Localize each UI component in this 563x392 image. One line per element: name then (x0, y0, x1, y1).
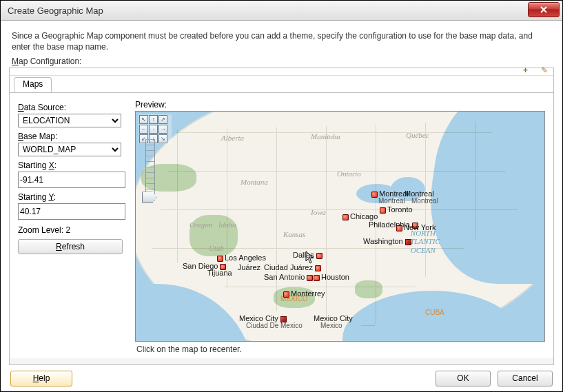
map-configuration-label: Map Configuration: (1, 56, 562, 66)
starting-y-input[interactable] (18, 203, 125, 220)
region-label: Oregon (190, 220, 212, 229)
zoom-level-text: Zoom Level: 2 (18, 225, 127, 235)
region-label: Idaho (218, 220, 236, 229)
city-label: Los Angeles (217, 254, 266, 262)
data-source-select[interactable]: ELOCATION (18, 114, 121, 127)
dialog-window: Create Geographic Map Since a Geographic… (0, 0, 563, 392)
pan-nw-button[interactable]: ↖ (139, 115, 148, 124)
region-label: Montana (240, 178, 268, 186)
city-label: Mexico City Ciudad De Mexico (239, 314, 303, 329)
dialog-footer: Help OK Cancel (1, 365, 562, 391)
city-marker-icon (342, 214, 349, 220)
pan-w-button[interactable]: ← (139, 125, 148, 134)
config-field-area: + ✎ (10, 68, 553, 76)
help-button[interactable]: Help (10, 371, 72, 386)
city-marker-icon (315, 265, 321, 271)
tab-maps[interactable]: Maps (14, 77, 52, 92)
city-label: Monterrey (283, 289, 325, 298)
plus-icon[interactable]: + (523, 65, 530, 72)
city-label: Ciudad Juárez (264, 263, 323, 271)
city-marker-icon (316, 253, 323, 259)
recenter-hint: Click on the map to recenter. (135, 342, 545, 354)
pan-se-button[interactable]: ↘ (158, 134, 167, 143)
starting-y-label: Starting Y: (18, 192, 127, 202)
city-label: Houston (314, 273, 349, 281)
city-marker-icon (307, 275, 313, 281)
preview-label: Preview: (135, 100, 545, 110)
pan-ne-button[interactable]: ↗ (158, 115, 167, 124)
city-marker-icon (314, 275, 320, 281)
region-label: Ontario (337, 169, 361, 178)
region-label: Kansas (283, 230, 305, 238)
ok-button[interactable]: OK (436, 371, 491, 386)
city-label: Tijuana (207, 269, 232, 277)
starting-x-input[interactable] (18, 172, 125, 188)
city-marker-icon (217, 256, 223, 262)
base-map-label: Base Map: (18, 132, 127, 141)
region-label: Manitoba (311, 132, 340, 141)
preview-panel: Preview: ↖ ↑ (135, 100, 545, 354)
window-title: Create Geographic Map (8, 6, 103, 16)
close-button[interactable] (528, 2, 560, 17)
cancel-button[interactable]: Cancel (498, 371, 553, 386)
starting-x-label: Starting X: (18, 161, 127, 170)
map-nav-control: ↖ ↑ ↗ ← · → ↙ ↓ ↘ (139, 114, 172, 144)
city-label: Dallas (293, 251, 324, 259)
tab-maps-label: Maps (23, 79, 43, 89)
city-label: MontrealMontreal (405, 189, 438, 204)
city-marker-icon (371, 192, 378, 198)
city-label: Juárez (238, 263, 260, 271)
refresh-button[interactable]: Refresh (18, 239, 123, 254)
city-label: Chicago (342, 212, 378, 220)
city-label: New York (396, 223, 436, 231)
city-marker-icon (380, 207, 386, 214)
map-preview[interactable]: ↖ ↑ ↗ ← · → ↙ ↓ ↘ (135, 111, 545, 342)
title-bar: Create Geographic Map (1, 1, 562, 21)
tab-body: Data Source: ELOCATION Base Map: WORLD_M… (10, 93, 553, 358)
dialog-description: Since a Geographic Map component must be… (1, 21, 562, 56)
city-marker-icon (405, 239, 411, 245)
region-label: Québec (406, 131, 429, 139)
base-map-select[interactable]: WORLD_MAP (18, 143, 121, 156)
region-label: Iowa (311, 208, 326, 216)
pan-e-button[interactable]: → (158, 125, 167, 134)
region-label: Utah (209, 244, 224, 252)
country-label: CUBA (425, 309, 444, 316)
city-label: MontrealMontreal (371, 189, 409, 204)
city-label: Washington (363, 237, 413, 245)
inner-panel: + ✎ Maps Data Source: ELOCATION Base Map… (9, 68, 554, 365)
pan-center-button[interactable]: · (149, 125, 158, 134)
tab-strip: Maps (10, 76, 553, 93)
form-panel: Data Source: ELOCATION Base Map: WORLD_M… (18, 100, 127, 354)
city-label: San Antonio (264, 273, 314, 281)
region-label: Alberta (221, 134, 244, 142)
edit-icon[interactable]: ✎ (541, 65, 548, 72)
city-label: Mexico CityMexico (314, 314, 353, 329)
city-marker-icon (283, 291, 289, 298)
close-icon (540, 6, 548, 13)
pan-n-button[interactable]: ↑ (149, 115, 158, 124)
city-label: Toronto (380, 205, 413, 214)
data-source-label: Data Source: (18, 103, 127, 112)
city-marker-icon (396, 225, 402, 231)
